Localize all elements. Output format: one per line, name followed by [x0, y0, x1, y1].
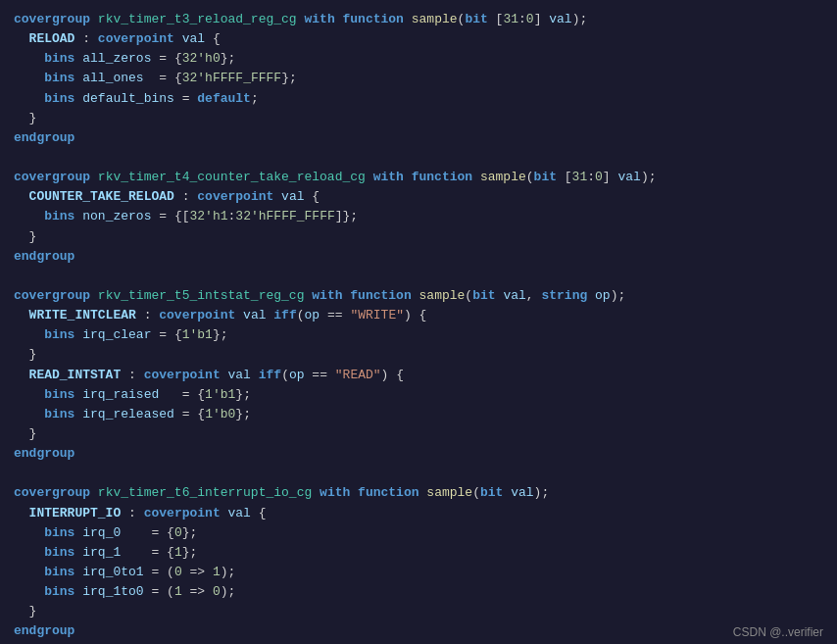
line-19: bins irq_released = {1'b0}; — [14, 405, 823, 424]
line-blank-2 — [14, 267, 823, 286]
line-11: } — [14, 227, 823, 247]
line-27: bins irq_1to0 = (1 => 0); — [14, 582, 823, 602]
line-15: bins irq_clear = {1'b1}; — [14, 325, 823, 345]
line-10: bins non_zeros = {[32'h1:32'hFFFF_FFFF]}… — [14, 207, 823, 226]
line-24: bins irq_0 = {0}; — [14, 523, 823, 543]
line-23: INTERRUPT_IO : coverpoint val { — [14, 504, 823, 523]
line-5: bins default_bins = default; — [14, 89, 823, 109]
line-29: endgroup — [14, 621, 823, 641]
line-4: bins all_ones = {32'hFFFF_FFFF}; — [14, 69, 823, 88]
line-20: } — [14, 424, 823, 444]
line-16: } — [14, 345, 823, 365]
line-18: bins irq_raised = {1'b1}; — [14, 385, 823, 405]
line-21: endgroup — [14, 444, 823, 464]
line-1: covergroup rkv_timer_t3_reload_reg_cg wi… — [14, 10, 823, 29]
line-8: covergroup rkv_timer_t4_counter_take_rel… — [14, 168, 823, 187]
watermark: CSDN @..verifier — [733, 623, 823, 642]
line-14: WRITE_INTCLEAR : coverpoint val iff(op =… — [14, 306, 823, 325]
line-12: endgroup — [14, 247, 823, 267]
line-2: RELOAD : coverpoint val { — [14, 29, 823, 49]
line-17: READ_INTSTAT : coverpoint val iff(op == … — [14, 366, 823, 385]
line-9: COUNTER_TAKE_RELOAD : coverpoint val { — [14, 187, 823, 207]
line-25: bins irq_1 = {1}; — [14, 543, 823, 563]
line-blank-3 — [14, 464, 823, 483]
line-26: bins irq_0to1 = (0 => 1); — [14, 563, 823, 582]
line-13: covergroup rkv_timer_t5_intstat_reg_cg w… — [14, 286, 823, 306]
line-3: bins all_zeros = {32'h0}; — [14, 49, 823, 69]
line-28: } — [14, 602, 823, 621]
line-blank-1 — [14, 148, 823, 168]
line-6: } — [14, 109, 823, 128]
line-22: covergroup rkv_timer_t6_interrupt_io_cg … — [14, 483, 823, 503]
line-7: endgroup — [14, 128, 823, 148]
code-container: covergroup rkv_timer_t3_reload_reg_cg wi… — [0, 0, 837, 644]
